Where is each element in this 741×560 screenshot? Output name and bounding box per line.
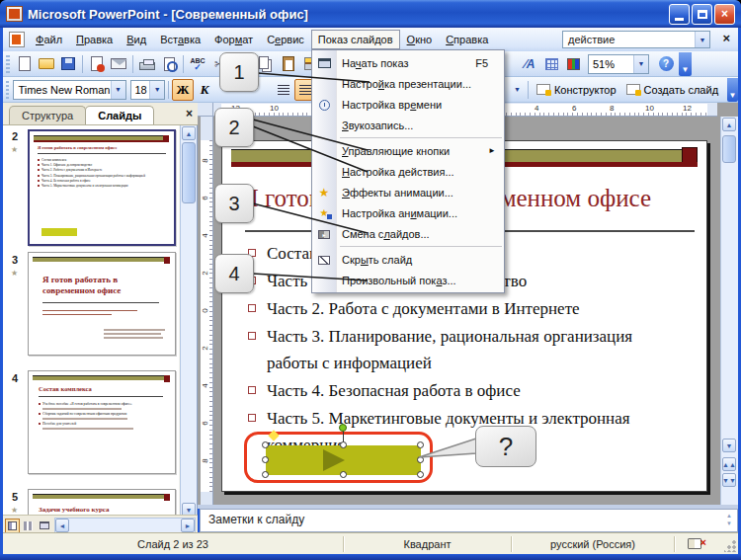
slide-sorter-button[interactable] xyxy=(21,519,36,533)
save-button[interactable] xyxy=(57,53,79,75)
thumbnail-slide-4[interactable]: Состав комплекса Учебное пособие «Я гото… xyxy=(28,370,176,474)
panel-scrollbar[interactable]: ▲ ▼ xyxy=(180,125,197,518)
menu-view[interactable]: Вид xyxy=(120,30,153,49)
selection-handle[interactable] xyxy=(417,471,424,478)
scroll-thumb[interactable] xyxy=(722,135,736,163)
open-button[interactable] xyxy=(36,53,57,75)
tab-outline[interactable]: Структура xyxy=(9,106,86,124)
callout-question: ? xyxy=(475,426,536,467)
scroll-up-icon[interactable]: ▲ xyxy=(722,118,736,131)
color-button[interactable] xyxy=(562,53,584,75)
email-button[interactable] xyxy=(108,53,129,75)
scroll-right-icon[interactable]: ► xyxy=(181,519,195,532)
chevron-down-icon[interactable]: ▼ xyxy=(633,55,648,73)
menuitem-slide-transition[interactable]: ▸ Смена слайдов... xyxy=(312,223,504,244)
chevron-down-icon[interactable]: ▼ xyxy=(149,81,164,99)
help-button[interactable]: ? xyxy=(655,53,677,75)
animation-star-icon: ★ xyxy=(11,269,18,278)
toolbar-options-button[interactable]: ▼ xyxy=(679,52,692,76)
menu-insert[interactable]: Вставка xyxy=(153,30,207,49)
thumbnail-slide-3[interactable]: Я готов работать в современном офисе xyxy=(28,252,176,356)
menu-slideshow[interactable]: Показ слайдов xyxy=(311,30,400,49)
font-name-combobox[interactable]: Times New Roman ▼ xyxy=(13,80,125,100)
maximize-button[interactable] xyxy=(692,4,712,25)
thumbnail-slide-2[interactable]: Я готов работать в современном офисе Сос… xyxy=(28,129,176,246)
minimize-button[interactable] xyxy=(669,4,690,25)
selection-handle[interactable] xyxy=(262,456,269,463)
slide-design-button[interactable]: Конструктор xyxy=(532,82,621,98)
previous-slide-button[interactable]: ▲▲ xyxy=(722,457,736,471)
menuitem-setup-show[interactable]: Настройка презентации... xyxy=(312,73,504,94)
normal-view-button[interactable] xyxy=(5,519,20,533)
align-left-button[interactable] xyxy=(273,79,294,101)
rotation-handle[interactable] xyxy=(339,424,347,432)
menuitem-rehearse-timings[interactable]: Настройка времени xyxy=(312,94,504,115)
slideshow-view-button[interactable] xyxy=(37,519,51,533)
tab-slides[interactable]: Слайды xyxy=(85,106,154,124)
chevron-down-icon[interactable]: ▼ xyxy=(695,32,709,47)
menu-window[interactable]: Окно xyxy=(400,30,440,49)
menu-tools[interactable]: Сервис xyxy=(260,30,311,49)
new-slide-button[interactable]: Создать слайд xyxy=(621,82,723,98)
bold-button[interactable]: Ж xyxy=(172,79,194,101)
main-scrollbar[interactable]: ▲ ▼ ▲▲ ▼▼ xyxy=(720,117,738,509)
panel-hscrollbar[interactable]: ◄ ► xyxy=(54,518,196,533)
menuitem-action-settings[interactable]: Настройка действия... xyxy=(312,161,504,182)
callout-4: 4 xyxy=(214,254,254,293)
menu-file[interactable]: Файл xyxy=(29,30,69,49)
toolbar-handle[interactable] xyxy=(6,81,9,99)
selection-handle[interactable] xyxy=(340,441,347,448)
zoom-combobox[interactable]: 51% ▼ xyxy=(588,54,649,74)
chevron-down-icon[interactable]: ▼ xyxy=(111,81,125,99)
scroll-left-icon[interactable]: ◄ xyxy=(55,519,69,532)
new-button[interactable] xyxy=(14,53,36,75)
menuitem-custom-show[interactable]: Произвольный показ... xyxy=(312,270,504,290)
copy-button[interactable] xyxy=(256,53,278,75)
menu-edit[interactable]: Правка xyxy=(69,30,120,49)
show-formatting-button[interactable]: ⁄A xyxy=(519,53,540,75)
italic-button[interactable]: K xyxy=(194,79,215,101)
selection-handle[interactable] xyxy=(417,456,424,463)
toolbar-options-button[interactable]: ▼ xyxy=(727,78,738,102)
help-question-box[interactable]: действие ▼ xyxy=(562,31,710,48)
start-show-icon xyxy=(316,55,332,71)
notes-scroll-icons[interactable]: ▲▼ xyxy=(723,512,735,527)
selection-handle[interactable] xyxy=(340,471,347,478)
menuitem-start-show[interactable]: Начать показ F5 xyxy=(312,52,504,73)
scroll-down-icon[interactable]: ▼ xyxy=(722,439,736,452)
menuitem-hide-slide[interactable]: Скрыть слайд xyxy=(312,249,504,270)
panel-tabs: Структура Слайды × xyxy=(3,103,198,125)
spelling-button[interactable]: ABC✓ xyxy=(187,53,208,75)
permission-button[interactable] xyxy=(86,53,108,75)
font-size-combobox[interactable]: 18 ▼ xyxy=(130,80,166,100)
menuitem-animation-schemes[interactable]: ★ Эффекты анимации... xyxy=(312,182,504,202)
menuitem-action-buttons[interactable]: Управляющие кнопки ► xyxy=(312,140,504,161)
slideshow-menu-popup: Начать показ F5 Настройка презентации...… xyxy=(311,49,505,293)
panel-close-icon[interactable]: × xyxy=(186,107,193,120)
notes-pane[interactable]: Заметки к слайду ▲▼ xyxy=(200,509,738,532)
scroll-thumb[interactable] xyxy=(182,142,196,203)
close-button[interactable]: × xyxy=(714,4,735,25)
resize-grip[interactable] xyxy=(724,540,736,552)
selection-handle[interactable] xyxy=(262,471,269,478)
new-slide-label: Создать слайд xyxy=(644,84,718,96)
menuitem-custom-animation[interactable]: ★ Настройка анимации... xyxy=(312,202,504,223)
spelling-status[interactable] xyxy=(675,538,714,549)
toolbar-separator xyxy=(132,55,133,73)
print-button[interactable] xyxy=(136,53,158,75)
menu-help[interactable]: Справка xyxy=(439,30,495,49)
paste-button[interactable] xyxy=(278,53,299,75)
menuitem-record-narration[interactable]: Звукозапись... xyxy=(312,115,504,135)
menu-format[interactable]: Формат xyxy=(207,30,260,49)
print-preview-button[interactable] xyxy=(158,53,180,75)
close-document-icon[interactable]: × xyxy=(722,32,730,45)
font-size-value: 18 xyxy=(131,84,150,96)
selection-handle[interactable] xyxy=(262,441,269,448)
toolbar-handle[interactable] xyxy=(6,55,10,73)
next-slide-button[interactable]: ▼▼ xyxy=(722,473,736,487)
selection-handle[interactable] xyxy=(417,441,424,448)
scroll-up-icon[interactable]: ▲ xyxy=(182,126,196,140)
grid-button[interactable] xyxy=(540,53,562,75)
thumbnail-slide-5[interactable]: Задачи учебного курса xyxy=(28,489,176,518)
more-dropdown-button[interactable]: ▼ xyxy=(510,79,525,101)
